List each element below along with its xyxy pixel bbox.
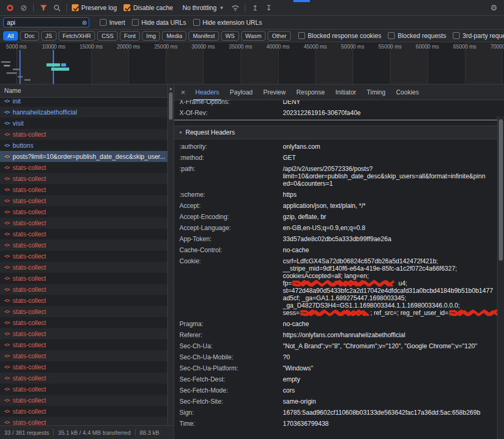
scrollbar-thumb[interactable] [499, 119, 503, 261]
type-chip-fetch-xhr[interactable]: Fetch/XHR [59, 31, 96, 41]
transferred-size: 35.1 kB / 4.4 MB transferred [58, 430, 131, 436]
tab-headers[interactable]: Headers [190, 84, 224, 100]
timeline-tick-label: 35000 ms [229, 44, 252, 50]
tab-initiator[interactable]: Initiator [330, 84, 361, 100]
request-row[interactable]: <>stats-collect [0, 339, 174, 350]
request-row[interactable]: <>stats-collect [0, 350, 174, 361]
request-row[interactable]: <>stats-collect [0, 262, 174, 273]
tab-timing[interactable]: Timing [362, 84, 391, 100]
type-chip-font[interactable]: Font [120, 31, 140, 41]
type-chip-css[interactable]: CSS [97, 31, 118, 41]
name-column-header[interactable]: Name [0, 84, 174, 98]
checkbox-unchecked-icon [388, 32, 395, 39]
filter-input[interactable] [3, 17, 89, 27]
file-type-icon: <> [4, 231, 9, 237]
filter-toggle-button[interactable] [36, 2, 50, 14]
request-row[interactable]: <>buttons [0, 140, 174, 151]
close-details-icon[interactable]: × [176, 88, 190, 97]
header-name: Cookie: [179, 257, 283, 317]
throttling-value: No throttling [183, 4, 217, 12]
request-row[interactable]: <>init [0, 98, 174, 107]
settings-button[interactable]: ⚙ [487, 2, 501, 14]
timeline-tick-label: 20000 ms [117, 44, 140, 50]
request-row[interactable]: <>stats-collect [0, 361, 174, 373]
export-har-button[interactable]: ↧ [262, 2, 275, 14]
tab-preview[interactable]: Preview [258, 84, 291, 100]
type-chip-media[interactable]: Media [162, 31, 186, 41]
file-type-icon: <> [4, 408, 9, 414]
request-row[interactable]: <>stats-collect [0, 317, 174, 328]
request-row[interactable]: <>stats-collect [0, 206, 174, 217]
request-row[interactable]: <>stats-collect [0, 328, 174, 339]
request-row[interactable]: <>stats-collect [0, 195, 174, 206]
timeline-overview[interactable]: 5000 ms10000 ms15000 ms20000 ms25000 ms3… [0, 42, 504, 84]
checkbox-unchecked-icon [298, 32, 305, 39]
hide-extension-urls-checkbox[interactable]: Hide extension URLs [193, 19, 262, 26]
disable-cache-checkbox[interactable]: Disable cache [123, 4, 173, 12]
request-row[interactable]: <>stats-collect [0, 395, 174, 406]
clear-filter-icon[interactable]: ⊗ [82, 19, 87, 26]
record-button[interactable] [3, 2, 17, 14]
header-row: :scheme:https [174, 189, 504, 201]
tab-payload[interactable]: Payload [224, 84, 258, 100]
type-checkbox[interactable]: Blocked requests [388, 32, 446, 40]
type-checkbox[interactable]: Blocked response cookies [298, 32, 381, 40]
type-chip-all[interactable]: All [3, 31, 18, 41]
request-row[interactable]: <>stats-collect [0, 162, 174, 173]
header-value-text: cookiesAccepted=all; lang=en; [283, 272, 369, 280]
header-value: 1703636799438 [283, 420, 490, 427]
type-chip-js[interactable]: JS [41, 31, 56, 41]
details-scrollbar[interactable] [497, 116, 504, 439]
request-row[interactable]: <>stats-collect [0, 284, 174, 295]
list-scrollbar[interactable]: ▲ [167, 84, 174, 425]
request-row[interactable]: <>hannahelizabethofficial [0, 107, 174, 118]
type-chip-manifest[interactable]: Manifest [188, 31, 219, 41]
scrollbar-thumb[interactable] [169, 92, 173, 120]
request-row[interactable]: <>stats-collect [0, 373, 174, 384]
request-row[interactable]: <>posts?limit=10&order=publish_date_desc… [0, 151, 174, 162]
request-headers-section[interactable]: ▾Request Headers [174, 126, 504, 139]
request-row[interactable]: <>stats-collect [0, 173, 174, 184]
header-row: X-Of-Rev:202312261916-30670fa40e [174, 108, 504, 119]
network-conditions-button[interactable] [229, 2, 242, 14]
request-row[interactable]: <>stats-collect [0, 217, 174, 228]
request-name: buttons [13, 142, 33, 149]
waterfall-bar [61, 63, 66, 66]
file-type-icon: <> [4, 419, 9, 425]
request-row[interactable]: <>stats-collect [0, 228, 174, 240]
request-name: stats-collect [13, 286, 46, 293]
tab-cookies[interactable]: Cookies [391, 84, 424, 100]
scroll-up-icon[interactable]: ▲ [169, 87, 173, 90]
search-button[interactable] [50, 2, 64, 14]
hide-data-urls-checkbox[interactable]: Hide data URLs [132, 19, 186, 26]
import-har-button[interactable]: ↥ [248, 2, 262, 14]
request-name: posts?limit=10&order=publish_date_desc&s… [13, 153, 165, 160]
request-row[interactable]: <>stats-collect [0, 129, 174, 140]
header-row: Accept:application/json, text/plain, */* [174, 201, 504, 212]
preserve-log-checkbox[interactable]: Preserve log [72, 4, 117, 12]
request-row[interactable]: <>stats-collect [0, 306, 174, 317]
invert-checkbox[interactable]: Invert [100, 19, 125, 26]
tab-response[interactable]: Response [291, 84, 330, 100]
timeline-tick-label: 15000 ms [80, 44, 103, 50]
clear-button[interactable]: ⊘ [17, 2, 31, 14]
type-chip-other[interactable]: Other [268, 31, 291, 41]
request-row[interactable]: <>stats-collect [0, 384, 174, 395]
request-row[interactable]: <>stats-collect [0, 251, 174, 262]
type-chip-img[interactable]: Img [142, 31, 160, 41]
type-chip-doc[interactable]: Doc [20, 31, 39, 41]
request-row[interactable]: <>stats-collect [0, 273, 174, 284]
request-row[interactable]: <>visit [0, 118, 174, 129]
request-row[interactable]: <>stats-collect [0, 240, 174, 251]
type-chip-wasm[interactable]: Wasm [241, 31, 266, 41]
header-value: empty [283, 376, 490, 383]
disclosure-triangle-icon: ▾ [179, 130, 182, 135]
request-row[interactable]: <>stats-collect [0, 184, 174, 195]
throttling-select[interactable]: No throttling ▼ [183, 4, 224, 12]
type-chip-ws[interactable]: WS [221, 31, 239, 41]
type-checkbox[interactable]: 3rd-party requests [453, 32, 504, 40]
header-value-text: fp= [283, 280, 292, 287]
request-row[interactable]: <>stats-collect [0, 406, 174, 417]
request-row[interactable]: <>stats-collect [0, 417, 174, 425]
request-row[interactable]: <>stats-collect [0, 295, 174, 306]
